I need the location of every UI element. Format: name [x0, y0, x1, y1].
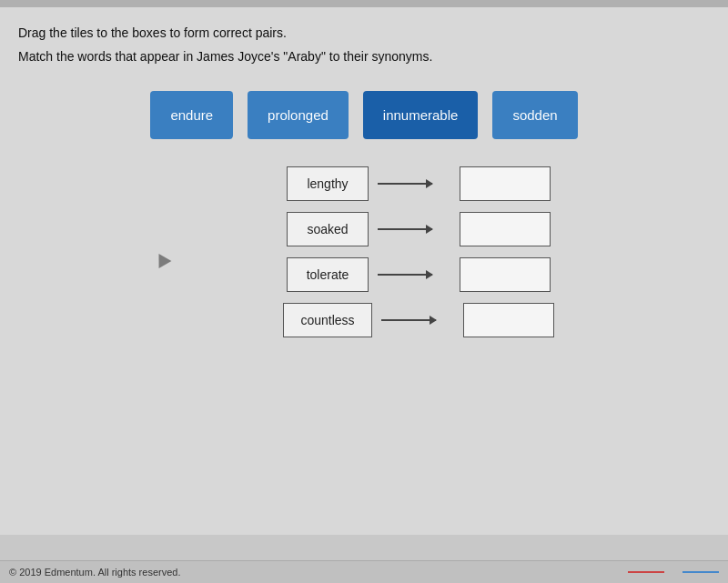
arrow-soaked — [378, 228, 450, 230]
match-row-countless: countless — [283, 303, 553, 337]
tile-sodden[interactable]: sodden — [492, 91, 577, 139]
arrow-line-lengthy — [378, 183, 432, 185]
tile-prolonged[interactable]: prolonged — [248, 91, 349, 139]
tile-innumerable[interactable]: innumerable — [363, 91, 479, 139]
footer-underline-red — [628, 571, 664, 573]
instruction-line2: Match the words that appear in James Joy… — [18, 49, 710, 64]
synonym-countless: countless — [283, 303, 371, 337]
synonym-soaked: soaked — [287, 212, 369, 246]
drop-box-countless[interactable] — [463, 303, 554, 337]
top-bar — [0, 0, 728, 7]
synonym-tolerate: tolerate — [287, 257, 369, 292]
footer: © 2019 Edmentum. All rights reserved. — [0, 560, 728, 583]
match-row-soaked: soaked — [287, 212, 551, 246]
drop-box-soaked[interactable] — [460, 212, 551, 246]
main-content: Drag the tiles to the boxes to form corr… — [0, 7, 728, 535]
match-row-tolerate: tolerate — [287, 257, 551, 292]
arrow-tolerate — [378, 274, 450, 276]
drop-box-tolerate[interactable] — [460, 257, 551, 292]
arrow-countless — [381, 319, 454, 321]
footer-underline-blue — [682, 571, 719, 573]
arrow-line-soaked — [378, 228, 432, 230]
tile-endure[interactable]: endure — [150, 91, 233, 139]
arrow-lengthy — [378, 183, 450, 185]
footer-copyright: © 2019 Edmentum. All rights reserved. — [9, 567, 180, 578]
footer-underlines — [628, 571, 719, 573]
tiles-area: endure prolonged innumerable sodden — [18, 91, 710, 139]
match-row-lengthy: lengthy — [287, 166, 551, 201]
arrow-line-countless — [381, 319, 436, 321]
synonym-lengthy: lengthy — [287, 166, 369, 201]
instruction-line1: Drag the tiles to the boxes to form corr… — [18, 25, 710, 40]
drop-box-lengthy[interactable] — [460, 166, 551, 201]
matching-area: lengthy soaked tolerate countless — [73, 166, 728, 337]
arrow-line-tolerate — [378, 274, 432, 276]
